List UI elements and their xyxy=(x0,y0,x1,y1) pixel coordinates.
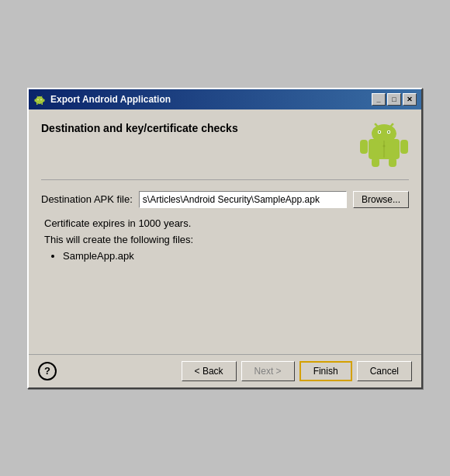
title-bar-left: Export Android Application xyxy=(33,93,171,106)
svg-point-17 xyxy=(392,123,394,125)
svg-point-23 xyxy=(383,144,386,147)
will-create-text: This will create the following files: xyxy=(41,234,409,245)
browse-button[interactable]: Browse... xyxy=(353,191,409,208)
list-item: SampleApp.apk xyxy=(63,250,409,262)
svg-point-25 xyxy=(388,131,389,133)
apk-path-input[interactable] xyxy=(139,191,347,208)
title-bar: Export Android Application _ □ ✕ xyxy=(29,89,421,109)
window-title: Export Android Application xyxy=(50,94,171,105)
svg-point-15 xyxy=(375,123,377,125)
cancel-button[interactable]: Cancel xyxy=(357,361,412,381)
bottom-left: ? xyxy=(38,362,57,380)
svg-point-6 xyxy=(37,99,38,99)
svg-rect-18 xyxy=(360,140,368,154)
help-button[interactable]: ? xyxy=(38,362,57,380)
svg-rect-5 xyxy=(43,99,45,102)
title-bar-controls: _ □ ✕ xyxy=(372,93,417,106)
close-button[interactable]: ✕ xyxy=(403,93,417,106)
minimize-button[interactable]: _ xyxy=(372,93,386,106)
android-title-icon xyxy=(33,93,46,106)
next-button[interactable]: Next > xyxy=(241,361,295,381)
main-window: Export Android Application _ □ ✕ Destina… xyxy=(27,88,423,389)
svg-rect-21 xyxy=(389,158,396,167)
maximize-button[interactable]: □ xyxy=(387,93,401,106)
content-body: Destination APK file: Browse... Certific… xyxy=(41,191,409,346)
apk-file-row: Destination APK file: Browse... xyxy=(41,191,409,208)
svg-rect-20 xyxy=(372,158,379,167)
svg-rect-4 xyxy=(35,99,36,102)
bottom-right: < Back Next > Finish Cancel xyxy=(182,361,412,381)
svg-point-11 xyxy=(372,124,396,143)
bottom-bar: ? < Back Next > Finish Cancel xyxy=(29,354,421,387)
svg-point-24 xyxy=(379,131,380,133)
header-section: Destination and key/certificate checks xyxy=(41,119,409,169)
svg-rect-19 xyxy=(400,140,408,154)
cert-expires-text: Certificate expires in 1000 years. xyxy=(41,217,409,229)
svg-rect-2 xyxy=(36,102,38,105)
android-logo xyxy=(359,119,409,169)
content-area: Destination and key/certificate checks xyxy=(29,109,421,354)
page-title: Destination and key/certificate checks xyxy=(41,122,238,134)
svg-point-7 xyxy=(40,99,41,99)
svg-rect-1 xyxy=(36,99,43,102)
files-list: SampleApp.apk xyxy=(41,250,409,262)
section-separator xyxy=(41,179,409,180)
apk-label: Destination APK file: xyxy=(41,193,133,205)
finish-button[interactable]: Finish xyxy=(299,361,352,381)
back-button[interactable]: < Back xyxy=(182,361,237,381)
svg-rect-3 xyxy=(42,102,43,105)
